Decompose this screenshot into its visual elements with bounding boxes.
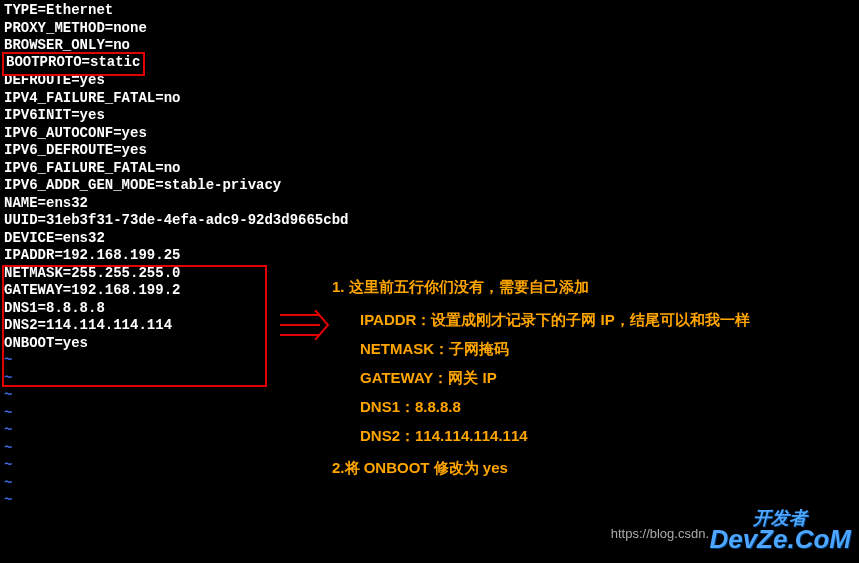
- annotation-gateway: GATEWAY：网关 IP: [360, 369, 852, 388]
- watermark-url: https://blog.csdn.: [611, 526, 709, 541]
- config-line: DEVICE=ens32: [4, 230, 855, 248]
- arrow-icon: [280, 310, 330, 344]
- watermark-logo-en: DevZe.CoM: [709, 524, 851, 554]
- annotation-title-1: 1. 这里前五行你们没有，需要自己添加: [332, 275, 852, 299]
- annotation-dns1: DNS1：8.8.8.8: [360, 398, 852, 417]
- annotation-title-2: 2.将 ONBOOT 修改为 yes: [332, 456, 852, 480]
- highlight-network-settings: [2, 265, 267, 387]
- config-line: IPV6_DEFROUTE=yes: [4, 142, 855, 160]
- config-line: IPADDR=192.168.199.25: [4, 247, 855, 265]
- highlight-bootproto: BOOTPROTO=static: [2, 52, 145, 76]
- config-line: BOOTPROTO=staticBOOTPROTO=static: [4, 55, 855, 73]
- config-line: IPV6INIT=yes: [4, 107, 855, 125]
- config-line: TYPE=Ethernet: [4, 2, 855, 20]
- config-line: IPV4_FAILURE_FATAL=no: [4, 90, 855, 108]
- annotation-ipaddr: IPADDR：设置成刚才记录下的子网 IP，结尾可以和我一样: [360, 311, 852, 330]
- annotation-netmask: NETMASK：子网掩码: [360, 340, 852, 359]
- watermark-logo: 开发者 DevZe.CoM: [709, 506, 851, 555]
- config-line: NAME=ens32: [4, 195, 855, 213]
- config-line: IPV6_AUTOCONF=yes: [4, 125, 855, 143]
- annotation-panel: 1. 这里前五行你们没有，需要自己添加 IPADDR：设置成刚才记录下的子网 I…: [332, 275, 852, 492]
- config-line: PROXY_METHOD=none: [4, 20, 855, 38]
- config-line: IPV6_FAILURE_FATAL=no: [4, 160, 855, 178]
- config-line: UUID=31eb3f31-73de-4efa-adc9-92d3d9665cb…: [4, 212, 855, 230]
- config-line: IPV6_ADDR_GEN_MODE=stable-privacy: [4, 177, 855, 195]
- annotation-dns2: DNS2：114.114.114.114: [360, 427, 852, 446]
